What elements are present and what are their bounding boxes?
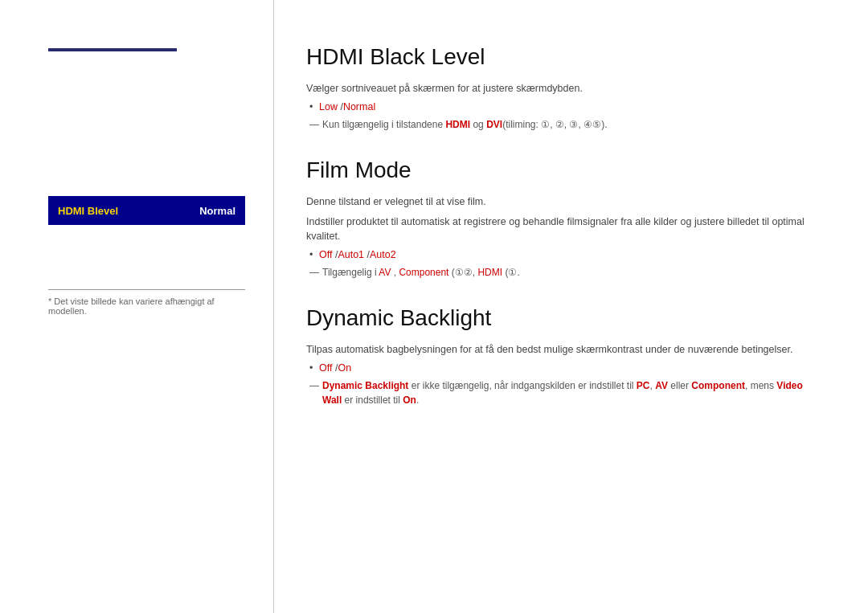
dynamic-option-off-on: Off /On <box>306 362 820 374</box>
sidebar-menu-item[interactable]: HDMI Blevel Normal <box>48 196 245 225</box>
section-dynamic-backlight: Dynamic Backlight Tilpas automatisk bagb… <box>306 305 820 407</box>
film-mode-desc2: Indstiller produktet til automatisk at r… <box>306 215 820 245</box>
hdmi-black-level-options: Low /Normal <box>306 101 820 112</box>
film-mode-desc1: Denne tilstand er velegnet til at vise f… <box>306 194 820 210</box>
hdmi-black-level-desc: Vælger sortniveauet på skærmen for at ju… <box>306 81 820 96</box>
film-mode-note: Tilgængelig i AV , Component (①②, HDMI (… <box>306 265 820 280</box>
dynamic-backlight-note: Dynamic Backlight er ikke tilgængelig, n… <box>306 378 820 407</box>
dynamic-backlight-desc: Tilpas automatisk bagbelysningen for at … <box>306 342 820 358</box>
hdmi-black-level-note: Kun tilgængelig i tilstandene HDMI og DV… <box>306 117 820 132</box>
sidebar-top-bar <box>48 48 177 51</box>
sidebar-divider <box>48 289 245 290</box>
dynamic-backlight-options: Off /On <box>306 362 820 374</box>
main-content: HDMI Black Level Vælger sortniveauet på … <box>273 0 868 613</box>
sidebar-menu-label: HDMI Blevel <box>58 205 118 217</box>
sidebar-menu-value: Normal <box>199 205 235 217</box>
section-film-mode: Film Mode Denne tilstand er velegnet til… <box>306 157 820 280</box>
section-hdmi-black-level: HDMI Black Level Vælger sortniveauet på … <box>306 44 820 132</box>
sidebar-note: * Det viste billede kan variere afhængig… <box>48 296 245 316</box>
sidebar: HDMI Blevel Normal * Det viste billede k… <box>0 0 273 613</box>
film-option-off-auto: Off /Auto1 /Auto2 <box>306 249 820 260</box>
hdmi-black-level-title: HDMI Black Level <box>306 44 820 70</box>
hdmi-option-low-normal: Low /Normal <box>306 101 820 112</box>
film-mode-options: Off /Auto1 /Auto2 <box>306 249 820 260</box>
film-mode-title: Film Mode <box>306 157 820 183</box>
dynamic-backlight-title: Dynamic Backlight <box>306 305 820 331</box>
